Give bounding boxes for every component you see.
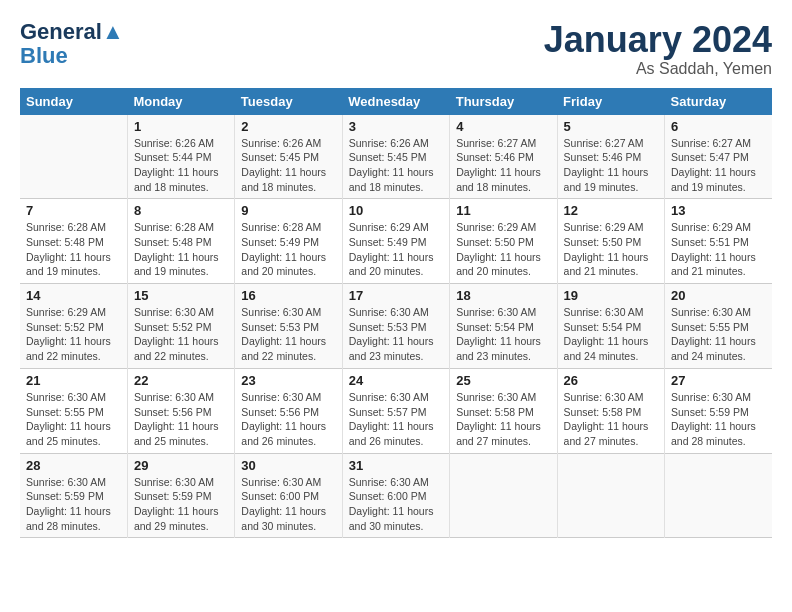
day-number: 22 (134, 373, 228, 388)
day-number: 2 (241, 119, 335, 134)
day-info: Sunrise: 6:26 AM Sunset: 5:44 PM Dayligh… (134, 136, 228, 195)
day-number: 1 (134, 119, 228, 134)
calendar-cell: 21Sunrise: 6:30 AM Sunset: 5:55 PM Dayli… (20, 368, 127, 453)
calendar-cell: 28Sunrise: 6:30 AM Sunset: 5:59 PM Dayli… (20, 453, 127, 538)
calendar-cell: 17Sunrise: 6:30 AM Sunset: 5:53 PM Dayli… (342, 284, 449, 369)
calendar-cell: 2Sunrise: 6:26 AM Sunset: 5:45 PM Daylig… (235, 115, 342, 199)
day-info: Sunrise: 6:27 AM Sunset: 5:46 PM Dayligh… (564, 136, 658, 195)
calendar-cell (450, 453, 557, 538)
day-number: 26 (564, 373, 658, 388)
day-info: Sunrise: 6:29 AM Sunset: 5:50 PM Dayligh… (564, 220, 658, 279)
calendar-cell: 25Sunrise: 6:30 AM Sunset: 5:58 PM Dayli… (450, 368, 557, 453)
day-number: 21 (26, 373, 121, 388)
day-info: Sunrise: 6:30 AM Sunset: 5:59 PM Dayligh… (26, 475, 121, 534)
calendar-cell: 23Sunrise: 6:30 AM Sunset: 5:56 PM Dayli… (235, 368, 342, 453)
header-thursday: Thursday (450, 88, 557, 115)
day-number: 5 (564, 119, 658, 134)
calendar-cell: 1Sunrise: 6:26 AM Sunset: 5:44 PM Daylig… (127, 115, 234, 199)
calendar-cell: 9Sunrise: 6:28 AM Sunset: 5:49 PM Daylig… (235, 199, 342, 284)
calendar-cell: 31Sunrise: 6:30 AM Sunset: 6:00 PM Dayli… (342, 453, 449, 538)
calendar-cell: 13Sunrise: 6:29 AM Sunset: 5:51 PM Dayli… (665, 199, 772, 284)
calendar-cell: 14Sunrise: 6:29 AM Sunset: 5:52 PM Dayli… (20, 284, 127, 369)
calendar-cell: 3Sunrise: 6:26 AM Sunset: 5:45 PM Daylig… (342, 115, 449, 199)
day-info: Sunrise: 6:30 AM Sunset: 5:59 PM Dayligh… (134, 475, 228, 534)
day-number: 11 (456, 203, 550, 218)
day-number: 31 (349, 458, 443, 473)
day-info: Sunrise: 6:30 AM Sunset: 5:55 PM Dayligh… (26, 390, 121, 449)
day-number: 4 (456, 119, 550, 134)
day-info: Sunrise: 6:30 AM Sunset: 5:56 PM Dayligh… (241, 390, 335, 449)
day-info: Sunrise: 6:30 AM Sunset: 5:59 PM Dayligh… (671, 390, 766, 449)
day-number: 27 (671, 373, 766, 388)
day-info: Sunrise: 6:29 AM Sunset: 5:52 PM Dayligh… (26, 305, 121, 364)
day-number: 20 (671, 288, 766, 303)
day-info: Sunrise: 6:30 AM Sunset: 5:55 PM Dayligh… (671, 305, 766, 364)
calendar-cell: 16Sunrise: 6:30 AM Sunset: 5:53 PM Dayli… (235, 284, 342, 369)
day-number: 28 (26, 458, 121, 473)
month-title: January 2024 (544, 20, 772, 60)
day-info: Sunrise: 6:26 AM Sunset: 5:45 PM Dayligh… (349, 136, 443, 195)
header-friday: Friday (557, 88, 664, 115)
day-number: 13 (671, 203, 766, 218)
day-number: 12 (564, 203, 658, 218)
day-info: Sunrise: 6:30 AM Sunset: 5:53 PM Dayligh… (349, 305, 443, 364)
day-info: Sunrise: 6:28 AM Sunset: 5:49 PM Dayligh… (241, 220, 335, 279)
day-info: Sunrise: 6:27 AM Sunset: 5:47 PM Dayligh… (671, 136, 766, 195)
calendar-cell (557, 453, 664, 538)
day-number: 6 (671, 119, 766, 134)
day-number: 18 (456, 288, 550, 303)
calendar-cell: 7Sunrise: 6:28 AM Sunset: 5:48 PM Daylig… (20, 199, 127, 284)
calendar-cell: 4Sunrise: 6:27 AM Sunset: 5:46 PM Daylig… (450, 115, 557, 199)
day-number: 29 (134, 458, 228, 473)
day-info: Sunrise: 6:29 AM Sunset: 5:51 PM Dayligh… (671, 220, 766, 279)
day-number: 24 (349, 373, 443, 388)
calendar-cell: 26Sunrise: 6:30 AM Sunset: 5:58 PM Dayli… (557, 368, 664, 453)
calendar-cell: 10Sunrise: 6:29 AM Sunset: 5:49 PM Dayli… (342, 199, 449, 284)
logo: General▲ Blue (20, 20, 124, 68)
day-number: 16 (241, 288, 335, 303)
calendar-cell (20, 115, 127, 199)
calendar-cell: 27Sunrise: 6:30 AM Sunset: 5:59 PM Dayli… (665, 368, 772, 453)
day-info: Sunrise: 6:30 AM Sunset: 5:58 PM Dayligh… (456, 390, 550, 449)
week-row-5: 28Sunrise: 6:30 AM Sunset: 5:59 PM Dayli… (20, 453, 772, 538)
day-number: 23 (241, 373, 335, 388)
day-number: 7 (26, 203, 121, 218)
calendar-cell: 15Sunrise: 6:30 AM Sunset: 5:52 PM Dayli… (127, 284, 234, 369)
day-info: Sunrise: 6:30 AM Sunset: 5:54 PM Dayligh… (564, 305, 658, 364)
day-number: 15 (134, 288, 228, 303)
calendar-cell: 19Sunrise: 6:30 AM Sunset: 5:54 PM Dayli… (557, 284, 664, 369)
day-number: 17 (349, 288, 443, 303)
day-number: 9 (241, 203, 335, 218)
day-number: 8 (134, 203, 228, 218)
calendar-cell: 20Sunrise: 6:30 AM Sunset: 5:55 PM Dayli… (665, 284, 772, 369)
location-subtitle: As Saddah, Yemen (544, 60, 772, 78)
calendar-cell: 29Sunrise: 6:30 AM Sunset: 5:59 PM Dayli… (127, 453, 234, 538)
calendar-header-row: SundayMondayTuesdayWednesdayThursdayFrid… (20, 88, 772, 115)
header-saturday: Saturday (665, 88, 772, 115)
title-block: January 2024 As Saddah, Yemen (544, 20, 772, 78)
header-sunday: Sunday (20, 88, 127, 115)
calendar-cell: 24Sunrise: 6:30 AM Sunset: 5:57 PM Dayli… (342, 368, 449, 453)
week-row-3: 14Sunrise: 6:29 AM Sunset: 5:52 PM Dayli… (20, 284, 772, 369)
day-info: Sunrise: 6:30 AM Sunset: 5:57 PM Dayligh… (349, 390, 443, 449)
calendar-cell: 11Sunrise: 6:29 AM Sunset: 5:50 PM Dayli… (450, 199, 557, 284)
day-info: Sunrise: 6:30 AM Sunset: 6:00 PM Dayligh… (349, 475, 443, 534)
calendar-table: SundayMondayTuesdayWednesdayThursdayFrid… (20, 88, 772, 539)
day-info: Sunrise: 6:28 AM Sunset: 5:48 PM Dayligh… (134, 220, 228, 279)
day-info: Sunrise: 6:30 AM Sunset: 5:54 PM Dayligh… (456, 305, 550, 364)
calendar-cell: 5Sunrise: 6:27 AM Sunset: 5:46 PM Daylig… (557, 115, 664, 199)
day-info: Sunrise: 6:28 AM Sunset: 5:48 PM Dayligh… (26, 220, 121, 279)
day-number: 3 (349, 119, 443, 134)
day-info: Sunrise: 6:30 AM Sunset: 5:58 PM Dayligh… (564, 390, 658, 449)
calendar-cell: 30Sunrise: 6:30 AM Sunset: 6:00 PM Dayli… (235, 453, 342, 538)
day-number: 10 (349, 203, 443, 218)
header-tuesday: Tuesday (235, 88, 342, 115)
day-info: Sunrise: 6:29 AM Sunset: 5:50 PM Dayligh… (456, 220, 550, 279)
day-info: Sunrise: 6:30 AM Sunset: 5:53 PM Dayligh… (241, 305, 335, 364)
page-header: General▲ Blue January 2024 As Saddah, Ye… (20, 20, 772, 78)
day-info: Sunrise: 6:30 AM Sunset: 5:56 PM Dayligh… (134, 390, 228, 449)
calendar-cell: 12Sunrise: 6:29 AM Sunset: 5:50 PM Dayli… (557, 199, 664, 284)
calendar-cell: 18Sunrise: 6:30 AM Sunset: 5:54 PM Dayli… (450, 284, 557, 369)
calendar-cell: 22Sunrise: 6:30 AM Sunset: 5:56 PM Dayli… (127, 368, 234, 453)
day-info: Sunrise: 6:26 AM Sunset: 5:45 PM Dayligh… (241, 136, 335, 195)
